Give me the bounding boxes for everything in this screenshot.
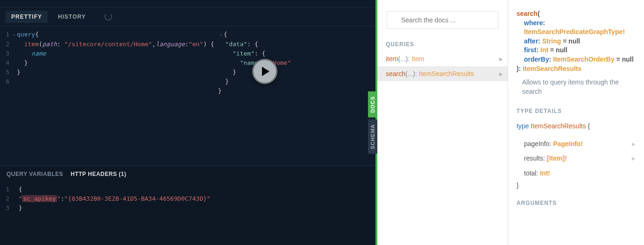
- history-button[interactable]: HISTORY: [52, 11, 92, 23]
- side-tabs: DOCS SCHEMA: [368, 91, 377, 154]
- schema-tab[interactable]: SCHEMA: [368, 119, 377, 154]
- graphiql-panel: PRETTIFY HISTORY 1▾query{ 2 item(path: "…: [0, 0, 377, 245]
- line-number: 1: [4, 30, 11, 39]
- field-row[interactable]: total: Int!: [517, 166, 636, 181]
- field-row[interactable]: results: [Item]! ▶: [517, 151, 636, 166]
- play-icon: [262, 67, 269, 76]
- headers-editor[interactable]: 1 { 2 "sc_apikey":"{83B432B0-3E2B-41D5-B…: [0, 182, 375, 213]
- http-headers-tab[interactable]: HTTP HEADERS (1): [71, 171, 126, 177]
- query-row-item[interactable]: item(...): Item ▶: [377, 51, 508, 66]
- signature: search( where:ItemSearchPredicateGraphTy…: [517, 9, 636, 73]
- query-variables-tab[interactable]: QUERY VARIABLES: [7, 171, 63, 177]
- editor-split: 1▾query{ 2 item(path: "/sitecore/content…: [0, 26, 375, 166]
- docs-details: search( where:ItemSearchPredicateGraphTy…: [508, 0, 644, 245]
- docs-nav: QUERIES item(...): Item ▶ search(...): I…: [377, 0, 508, 245]
- result-viewer: ▾{ "data": { "item": { "name": "Home" } …: [214, 26, 375, 166]
- toolbar: PRETTIFY HISTORY: [0, 7, 375, 26]
- prettify-button[interactable]: PRETTIFY: [6, 11, 48, 23]
- queries-label: QUERIES: [377, 36, 508, 51]
- search-input[interactable]: [387, 11, 498, 29]
- loading-icon: [105, 13, 112, 21]
- chevron-right-icon: ▶: [499, 56, 503, 62]
- bottom-panel: QUERY VARIABLES HTTP HEADERS (1) 1 { 2 "…: [0, 166, 375, 245]
- type-declaration: type ItemSearchResults {: [517, 122, 636, 131]
- docs-panel: QUERIES item(...): Item ▶ search(...): I…: [377, 0, 644, 245]
- arguments-heading: ARGUMENTS: [517, 199, 636, 207]
- fold-icon[interactable]: ▾: [11, 30, 17, 40]
- top-strip: [0, 0, 375, 7]
- query-row-search[interactable]: search(...): ItemSearchResults ▶: [377, 66, 508, 81]
- chevron-right-icon: ▶: [499, 71, 503, 77]
- chevron-right-icon: ▶: [632, 155, 636, 162]
- fold-icon[interactable]: ▾: [218, 30, 224, 40]
- field-row[interactable]: pageInfo: PageInfo! ▶: [517, 137, 636, 152]
- chevron-right-icon: ▶: [632, 141, 636, 147]
- type-details-heading: TYPE DETAILS: [517, 107, 636, 115]
- docs-tab[interactable]: DOCS: [368, 91, 377, 118]
- bottom-tabs: QUERY VARIABLES HTTP HEADERS (1): [0, 166, 375, 182]
- query-editor[interactable]: 1▾query{ 2 item(path: "/sitecore/content…: [0, 26, 214, 166]
- execute-button[interactable]: [252, 59, 277, 84]
- description: Allows to query items through the search: [522, 78, 636, 96]
